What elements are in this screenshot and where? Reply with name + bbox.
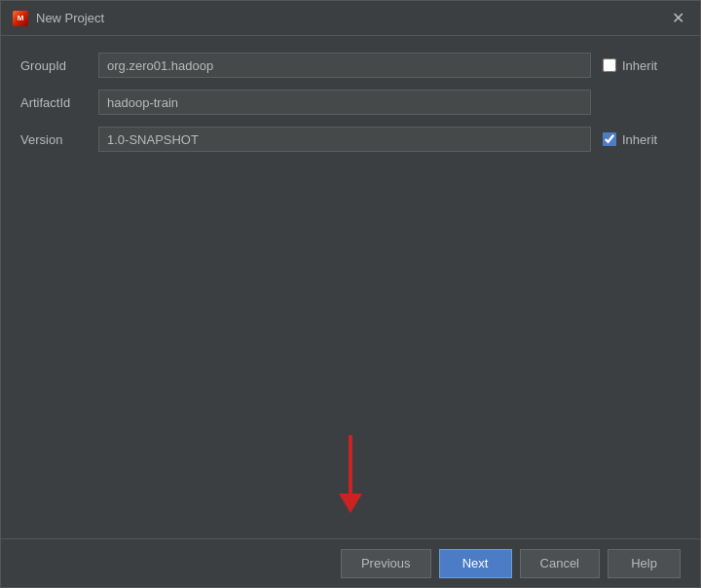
version-label: Version [20,132,98,147]
version-inherit: Inherit [603,132,681,147]
content-area: GroupId Inherit ArtifactId Version Inher… [1,36,700,538]
next-button[interactable]: Next [439,549,512,578]
version-inherit-checkbox[interactable] [603,132,616,146]
footer: Previous Next Cancel Help [1,538,700,587]
content-spacer [20,163,681,435]
maven-logo: M [13,11,28,26]
close-button[interactable]: ✕ [668,11,688,26]
group-id-inherit-checkbox[interactable] [603,58,616,72]
artifact-id-input[interactable] [98,90,591,115]
group-id-input[interactable] [98,53,591,78]
group-id-inherit-label: Inherit [622,58,657,73]
group-id-label: GroupId [20,58,98,73]
version-row: Version Inherit [20,126,681,153]
version-input[interactable] [98,127,591,152]
project-icon: M [13,11,28,26]
arrow-line [349,435,352,494]
artifact-id-label: ArtifactId [20,95,98,110]
title-bar-left: M New Project [13,11,104,26]
dialog-title: New Project [36,11,104,25]
artifact-id-row: ArtifactId [20,89,681,116]
version-inherit-label: Inherit [622,132,657,147]
title-bar: M New Project ✕ [1,1,700,36]
previous-button[interactable]: Previous [341,549,431,578]
arrow-container [20,435,681,523]
group-id-inherit: Inherit [603,58,681,73]
help-button[interactable]: Help [608,549,681,578]
cancel-button[interactable]: Cancel [520,549,600,578]
arrow-head [339,494,362,513]
new-project-dialog: M New Project ✕ GroupId Inherit Artifact… [0,0,701,588]
red-arrow [339,435,362,513]
group-id-row: GroupId Inherit [20,52,681,79]
